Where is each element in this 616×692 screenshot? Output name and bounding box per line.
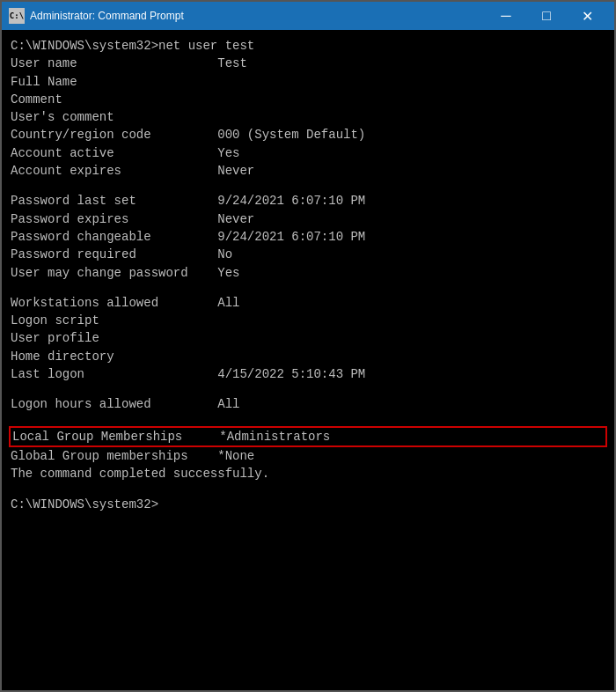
spacer-line (11, 180, 605, 192)
console-line: Workstations allowed All (11, 294, 605, 312)
console-line: Local Group Memberships *Administrators (11, 426, 605, 447)
close-button[interactable]: ✕ (567, 2, 607, 30)
console-line: Comment (11, 91, 605, 108)
spacer-line (11, 282, 605, 294)
console-line: The command completed successfully. (11, 465, 605, 482)
window-title: Administrator: Command Prompt (30, 10, 486, 22)
console-line: Global Group memberships *None (11, 447, 605, 465)
prompt-line: C:\WINDOWS\system32> (11, 496, 605, 513)
prompt-line: C:\WINDOWS\system32>net user test (11, 37, 605, 55)
console-line: User name Test (11, 55, 605, 72)
console-line: User's comment (11, 108, 605, 126)
console-output: User name TestFull NameCommentUser's com… (11, 55, 605, 513)
maximize-button[interactable]: □ (526, 2, 567, 30)
console-line: Country/region code 000 (System Default) (11, 126, 605, 144)
spacer-line (11, 483, 605, 496)
console-line: Password last set 9/24/2021 6:07:10 PM (11, 192, 605, 210)
console-line: Full Name (11, 73, 605, 91)
spacer-line (11, 383, 605, 395)
console-line: Account active Yes (11, 144, 605, 162)
console-line: User may change password Yes (11, 264, 605, 282)
title-bar-controls: ─ □ ✕ (486, 2, 607, 30)
window: C:\ Administrator: Command Prompt ─ □ ✕ … (0, 0, 616, 692)
title-bar: C:\ Administrator: Command Prompt ─ □ ✕ (2, 2, 614, 30)
highlighted-line: Local Group Memberships *Administrators (9, 426, 607, 447)
console-line: Password expires Never (11, 210, 605, 228)
console-line: Logon script (11, 312, 605, 329)
console-line: Logon hours allowed All (11, 395, 605, 413)
console-line: Home directory (11, 348, 605, 365)
minimize-button[interactable]: ─ (486, 2, 526, 30)
console-line: Password changeable 9/24/2021 6:07:10 PM (11, 228, 605, 246)
console-line: Account expires Never (11, 162, 605, 180)
console-line: Last logon 4/15/2022 5:10:43 PM (11, 365, 605, 383)
console-line: Password required No (11, 246, 605, 263)
spacer-line (11, 414, 605, 426)
cmd-icon: C:\ (9, 8, 25, 24)
console-line: User profile (11, 329, 605, 347)
console-body: C:\WINDOWS\system32>net user test User n… (2, 30, 614, 690)
